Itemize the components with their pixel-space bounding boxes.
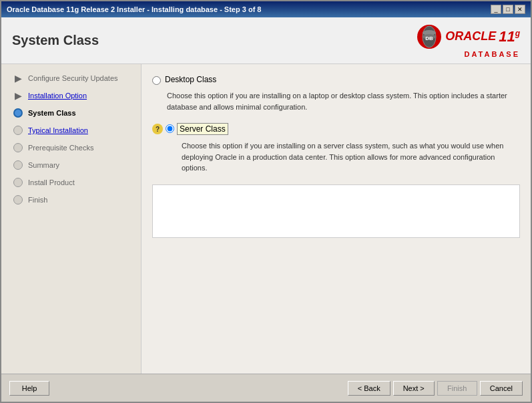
navigation-buttons: < Back Next > Finish Cancel bbox=[348, 381, 523, 396]
step-circle-summary bbox=[13, 160, 23, 170]
sidebar-item-install-product: Install Product bbox=[1, 174, 141, 191]
window-title: Oracle Database 11g Release 2 Installer … bbox=[7, 5, 262, 13]
desktop-class-group: Desktop Class Choose this option if you … bbox=[152, 75, 520, 112]
step-icon-finish bbox=[12, 194, 24, 206]
sidebar-label-prereq: Prerequisite Checks bbox=[28, 144, 93, 152]
step-circle-install bbox=[13, 178, 23, 187]
help-tooltip-icon: ? bbox=[152, 124, 163, 134]
desktop-class-description: Choose this option if you are installing… bbox=[167, 90, 520, 112]
step-icon-install bbox=[12, 176, 24, 188]
oracle-logo: DB ORACLE 11g DATABASE bbox=[416, 23, 520, 58]
sidebar-item-prerequisite-checks: Prerequisite Checks bbox=[1, 139, 141, 156]
cancel-button[interactable]: Cancel bbox=[480, 381, 523, 396]
database-text: DATABASE bbox=[465, 50, 520, 58]
content-area: Desktop Class Choose this option if you … bbox=[142, 64, 531, 374]
sidebar-item-typical-installation[interactable]: Typical Installation bbox=[1, 122, 141, 139]
title-bar: Oracle Database 11g Release 2 Installer … bbox=[1, 1, 531, 17]
step-icon-typical bbox=[12, 124, 24, 136]
step-icon-system-class bbox=[12, 107, 24, 119]
main-window: Oracle Database 11g Release 2 Installer … bbox=[0, 0, 532, 403]
minimize-button[interactable]: _ bbox=[491, 5, 501, 14]
svg-text:DB: DB bbox=[425, 35, 433, 41]
checkmark-icon: ▶ bbox=[15, 73, 22, 84]
finish-button: Finish bbox=[437, 381, 477, 396]
sidebar-label-configure: Configure Security Updates bbox=[28, 74, 118, 82]
oracle-db-icon: DB bbox=[416, 23, 443, 50]
sidebar-item-configure-security-updates: ▶ Configure Security Updates bbox=[1, 70, 141, 87]
back-button[interactable]: < Back bbox=[348, 381, 390, 396]
server-class-row: ? Server Class bbox=[152, 123, 520, 135]
step-icon-prereq bbox=[12, 142, 24, 154]
sidebar-label-system-class: System Class bbox=[28, 109, 76, 117]
sidebar-label-install: Install Product bbox=[28, 178, 75, 186]
version-text: 11g bbox=[499, 28, 520, 45]
window-controls: _ □ ✕ bbox=[491, 5, 525, 14]
oracle-brand: DB ORACLE 11g bbox=[416, 23, 520, 50]
step-circle-prereq bbox=[13, 143, 23, 152]
desktop-class-radio[interactable] bbox=[152, 76, 161, 85]
page-title: System Class bbox=[12, 33, 99, 48]
bottom-bar: Help < Back Next > Finish Cancel bbox=[1, 374, 531, 402]
sidebar-item-installation-option[interactable]: ▶ Installation Option bbox=[1, 87, 141, 104]
next-button[interactable]: Next > bbox=[393, 381, 435, 396]
arrow-icon: ▶ bbox=[15, 90, 22, 101]
step-icon-installation: ▶ bbox=[12, 90, 24, 102]
main-content: ▶ Configure Security Updates ▶ Installat… bbox=[1, 64, 531, 374]
sidebar-label-finish: Finish bbox=[28, 196, 47, 204]
info-box bbox=[152, 184, 520, 238]
step-icon-configure: ▶ bbox=[12, 72, 24, 84]
restore-button[interactable]: □ bbox=[503, 5, 513, 14]
server-class-label: Server Class bbox=[177, 123, 228, 135]
desktop-class-row: Desktop Class bbox=[152, 75, 520, 85]
server-class-group: ? Server Class Choose this option if you… bbox=[152, 123, 520, 174]
sidebar-label-typical[interactable]: Typical Installation bbox=[28, 126, 88, 134]
close-button[interactable]: ✕ bbox=[515, 5, 525, 14]
step-icon-summary bbox=[12, 159, 24, 171]
sidebar-item-finish: Finish bbox=[1, 191, 141, 209]
sidebar-item-system-class: System Class bbox=[1, 104, 141, 122]
active-step-circle bbox=[13, 108, 23, 118]
step-circle-typical bbox=[13, 126, 23, 135]
help-button[interactable]: Help bbox=[9, 381, 49, 396]
sidebar-label-summary: Summary bbox=[28, 161, 59, 169]
desktop-class-label: Desktop Class bbox=[165, 75, 216, 84]
step-circle-finish bbox=[13, 195, 23, 205]
sidebar-label-installation[interactable]: Installation Option bbox=[28, 92, 87, 100]
server-class-radio[interactable] bbox=[166, 124, 174, 133]
sidebar: ▶ Configure Security Updates ▶ Installat… bbox=[1, 64, 142, 374]
header: System Class DB ORACLE 11g DATABASE bbox=[1, 17, 531, 64]
server-class-description: Choose this option if you are installing… bbox=[182, 140, 520, 174]
oracle-text: ORACLE bbox=[445, 29, 496, 43]
oracle-subtitle: DATABASE bbox=[465, 50, 520, 58]
sidebar-item-summary: Summary bbox=[1, 156, 141, 174]
